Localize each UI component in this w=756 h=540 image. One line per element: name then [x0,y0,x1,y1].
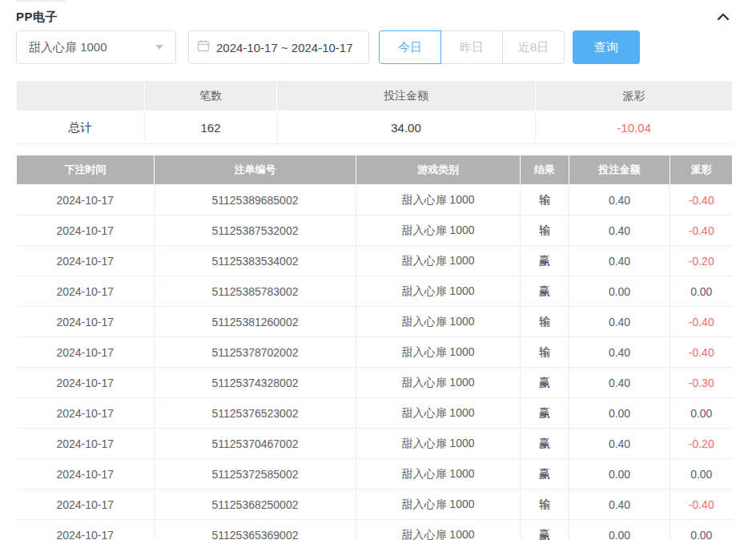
payout-cell: -0.40 [670,337,733,368]
bet-time-cell: 2024-10-17 [17,368,155,398]
collapse-button[interactable] [714,8,732,26]
game-select[interactable]: 甜入心扉 1000 [16,30,176,64]
order-no-cell: 51125381260002 [155,307,356,337]
result-cell: 输 [521,216,569,246]
result-cell: 赢 [521,246,569,276]
bet-table-header-row: 下注时间 注单编号 游戏类别 结果 投注金额 派彩 [17,155,733,185]
summary-header-bet-amount: 投注金额 [277,81,536,111]
quick-date-button-group: 今日 昨日 近8日 [379,30,565,64]
order-no-cell: 51125383534002 [155,246,356,276]
summary-header-payout: 派彩 [536,81,733,111]
chevron-down-icon [155,45,163,50]
page-title: PP电子 [16,10,58,25]
game-type-cell: 甜入心扉 1000 [356,398,521,429]
bet-time-cell: 2024-10-17 [17,276,155,307]
header-order-no: 注单编号 [155,155,356,185]
payout-cell: 0.00 [670,398,733,429]
result-cell: 赢 [521,459,569,490]
yesterday-button[interactable]: 昨日 [440,30,503,64]
bet-time-cell: 2024-10-17 [17,216,155,246]
summary-total-label: 总计 [17,111,145,144]
bet-table-body: 2024-10-1751125389685002甜入心扉 1000输0.40-0… [17,185,733,540]
order-no-cell: 51125389685002 [155,185,356,216]
table-row: 2024-10-1751125376523002甜入心扉 1000赢0.000.… [17,398,733,429]
summary-payout-value: -10.04 [536,111,733,144]
bet-time-cell: 2024-10-17 [17,520,155,540]
filter-bar: 甜入心扉 1000 2024-10-17 ~ 2024-10-17 今日 昨日 … [16,30,732,64]
summary-header-empty [17,81,145,111]
table-row: 2024-10-1751125372585002甜入心扉 1000赢0.000.… [17,459,733,490]
order-no-cell: 51125378702002 [155,337,356,368]
result-cell: 输 [521,337,569,368]
bet-amount-cell: 0.40 [569,246,670,276]
bet-amount-cell: 0.00 [569,459,670,490]
game-type-cell: 甜入心扉 1000 [356,276,521,307]
bet-time-cell: 2024-10-17 [17,459,155,490]
bet-time-cell: 2024-10-17 [17,337,155,368]
payout-cell: 0.00 [670,459,733,490]
table-row: 2024-10-1751125365369002甜入心扉 1000赢0.000.… [17,520,733,540]
table-row: 2024-10-1751125381260002甜入心扉 1000输0.40-0… [17,307,733,337]
game-type-cell: 甜入心扉 1000 [356,337,521,368]
bet-amount-cell: 0.40 [569,429,670,459]
payout-cell: 0.00 [670,276,733,307]
clipped-element-edge [16,0,66,2]
order-no-cell: 51125387532002 [155,216,356,246]
result-cell: 输 [521,185,569,216]
chevron-up-icon [717,11,730,23]
result-cell: 赢 [521,429,569,459]
game-type-cell: 甜入心扉 1000 [356,216,521,246]
bet-time-cell: 2024-10-17 [17,429,155,459]
last-8-days-button[interactable]: 近8日 [502,30,565,64]
game-type-cell: 甜入心扉 1000 [356,185,521,216]
payout-cell: -0.40 [670,216,733,246]
payout-cell: -0.40 [670,307,733,337]
payout-cell: -0.20 [670,429,733,459]
game-type-cell: 甜入心扉 1000 [356,490,521,520]
order-no-cell: 51125376523002 [155,398,356,429]
payout-cell: -0.30 [670,368,733,398]
summary-bet-amount-value: 34.00 [277,111,536,144]
table-row: 2024-10-1751125385783002甜入心扉 1000赢0.000.… [17,276,733,307]
calendar-icon [197,39,210,55]
order-no-cell: 51125368250002 [155,490,356,520]
table-row: 2024-10-1751125378702002甜入心扉 1000输0.40-0… [17,337,733,368]
bet-time-cell: 2024-10-17 [17,185,155,216]
summary-total-row: 总计 162 34.00 -10.04 [17,111,733,144]
date-range-value: 2024-10-17 ~ 2024-10-17 [216,41,353,54]
header-bet-amount: 投注金额 [569,155,670,185]
bet-time-cell: 2024-10-17 [17,307,155,337]
bet-amount-cell: 0.00 [569,520,670,540]
bet-amount-cell: 0.40 [569,307,670,337]
table-row: 2024-10-1751125370467002甜入心扉 1000赢0.40-0… [17,429,733,459]
header-payout: 派彩 [670,155,733,185]
header-bet-time: 下注时间 [17,155,155,185]
bet-time-cell: 2024-10-17 [17,246,155,276]
payout-cell: -0.20 [670,246,733,276]
payout-cell: -0.40 [670,490,733,520]
today-button[interactable]: 今日 [379,30,441,64]
table-row: 2024-10-1751125383534002甜入心扉 1000赢0.40-0… [17,246,733,276]
date-range-input[interactable]: 2024-10-17 ~ 2024-10-17 [188,30,369,64]
table-row: 2024-10-1751125389685002甜入心扉 1000输0.40-0… [17,185,733,216]
order-no-cell: 51125374328002 [155,368,356,398]
order-no-cell: 51125372585002 [155,459,356,490]
game-type-cell: 甜入心扉 1000 [356,246,521,276]
result-cell: 赢 [521,276,569,307]
bet-amount-cell: 0.00 [569,276,670,307]
result-cell: 赢 [521,398,569,429]
bet-amount-cell: 0.40 [569,185,670,216]
payout-cell: -0.40 [670,185,733,216]
game-type-cell: 甜入心扉 1000 [356,368,521,398]
game-type-cell: 甜入心扉 1000 [356,459,521,490]
game-type-cell: 甜入心扉 1000 [356,307,521,337]
game-select-value: 甜入心扉 1000 [29,40,155,55]
bet-amount-cell: 0.40 [569,216,670,246]
pp-electronic-panel: PP电子 甜入心扉 1000 2024-10-17 ~ 2024-10-17 今… [0,0,756,540]
result-cell: 赢 [521,520,569,540]
order-no-cell: 51125365369002 [155,520,356,540]
search-button[interactable]: 查询 [573,30,640,64]
result-cell: 赢 [521,368,569,398]
order-no-cell: 51125385783002 [155,276,356,307]
bet-records-table: 下注时间 注单编号 游戏类别 结果 投注金额 派彩 2024-10-175112… [16,155,733,540]
